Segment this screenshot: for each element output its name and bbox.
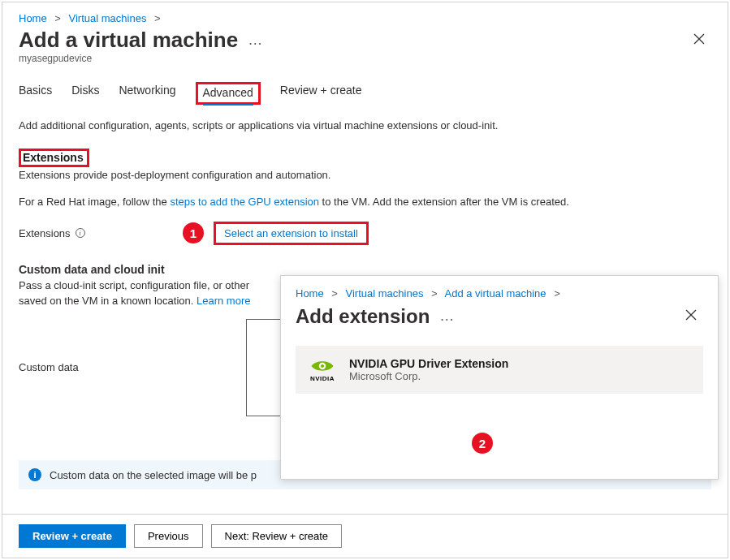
info-icon: i [28, 468, 41, 481]
redhat-pre: For a Red Hat image, follow the [19, 196, 170, 208]
breadcrumb-sep: > [54, 12, 61, 24]
extension-meta: NVIDIA GPU Driver Extension Microsoft Co… [349, 357, 508, 382]
callout-badge-1: 1 [183, 222, 204, 243]
banner-text: Custom data on the selected image will b… [50, 469, 257, 481]
extensions-redhat-note: For a Red Hat image, follow the steps to… [19, 194, 711, 210]
tab-advanced[interactable]: Advanced [203, 86, 253, 106]
extensions-section: Extensions Extensions provide post-deplo… [19, 149, 711, 245]
gpu-steps-link[interactable]: steps to add the GPU extension [170, 196, 319, 208]
info-icon[interactable]: i [76, 228, 85, 238]
previous-button[interactable]: Previous [134, 524, 203, 548]
extensions-label-text: Extensions [19, 227, 71, 239]
nvidia-wordmark: NVIDIA [310, 375, 335, 382]
breadcrumb-sep: > [554, 287, 560, 299]
highlight-box: Advanced [196, 82, 261, 105]
customdata-desc-a: Pass a cloud-init script, configuration … [19, 279, 249, 291]
redhat-post: to the VM. Add the extension after the V… [319, 196, 569, 208]
close-icon[interactable] [687, 28, 711, 52]
overlay-crumb-home[interactable]: Home [296, 287, 324, 299]
extensions-label: Extensions i [19, 227, 173, 239]
overlay-crumb-add[interactable]: Add a virtual machine [445, 287, 546, 299]
breadcrumb-vms[interactable]: Virtual machines [69, 12, 147, 24]
close-icon[interactable] [679, 304, 703, 328]
select-extension-link[interactable]: Select an extension to install [224, 227, 358, 239]
customdata-desc-b: saved on the VM in a known location. [19, 295, 197, 307]
customdata-heading: Custom data and cloud init [19, 263, 711, 276]
highlight-box: Select an extension to install [214, 222, 369, 245]
highlight-box: Extensions [19, 149, 89, 167]
nvidia-logo-icon: NVIDIA [309, 357, 336, 382]
extensions-desc: Extensions provide post-deployment confi… [19, 167, 711, 183]
overlay-title: Add extension [296, 305, 430, 328]
customdata-label: Custom data [19, 319, 246, 416]
breadcrumb-sep: > [331, 287, 338, 299]
more-actions-icon[interactable]: … [248, 32, 263, 49]
tab-review[interactable]: Review + create [280, 84, 362, 105]
extension-item[interactable]: NVIDIA NVIDIA GPU Driver Extension Micro… [296, 346, 703, 394]
extensions-selector-row: Extensions i 1 Select an extension to in… [19, 222, 711, 245]
tab-disks[interactable]: Disks [71, 84, 99, 105]
overlay-crumb-vms[interactable]: Virtual machines [346, 287, 424, 299]
wizard-footer: Review + create Previous Next: Review + … [2, 514, 728, 558]
breadcrumb-sep: > [154, 12, 161, 24]
overlay-title-row: Add extension … [296, 304, 703, 328]
extension-name: NVIDIA GPU Driver Extension [349, 357, 508, 370]
extension-publisher: Microsoft Corp. [349, 370, 508, 382]
tabs: Basics Disks Networking Advanced Review … [19, 84, 711, 105]
callout-badge-2: 2 [472, 433, 493, 454]
add-extension-blade: Home > Virtual machines > Add a virtual … [280, 275, 719, 480]
tab-basics[interactable]: Basics [19, 84, 52, 105]
title-row: Add a virtual machine … [19, 28, 711, 53]
next-button[interactable]: Next: Review + create [211, 524, 343, 548]
review-create-button[interactable]: Review + create [19, 524, 126, 548]
learn-more-link[interactable]: Learn more [197, 295, 250, 307]
extensions-heading: Extensions [23, 151, 84, 164]
breadcrumb-home[interactable]: Home [19, 12, 47, 24]
more-actions-icon[interactable]: … [439, 308, 455, 325]
breadcrumb-sep: > [431, 287, 438, 299]
page-subtitle: myasegpudevice [19, 53, 711, 64]
svg-point-5 [321, 364, 324, 368]
tab-networking[interactable]: Networking [119, 84, 175, 105]
breadcrumb: Home > Virtual machines > [19, 12, 711, 24]
overlay-breadcrumb: Home > Virtual machines > Add a virtual … [296, 287, 703, 299]
advanced-intro: Add additional configuration, agents, sc… [19, 118, 711, 134]
page-title: Add a virtual machine [19, 28, 238, 53]
